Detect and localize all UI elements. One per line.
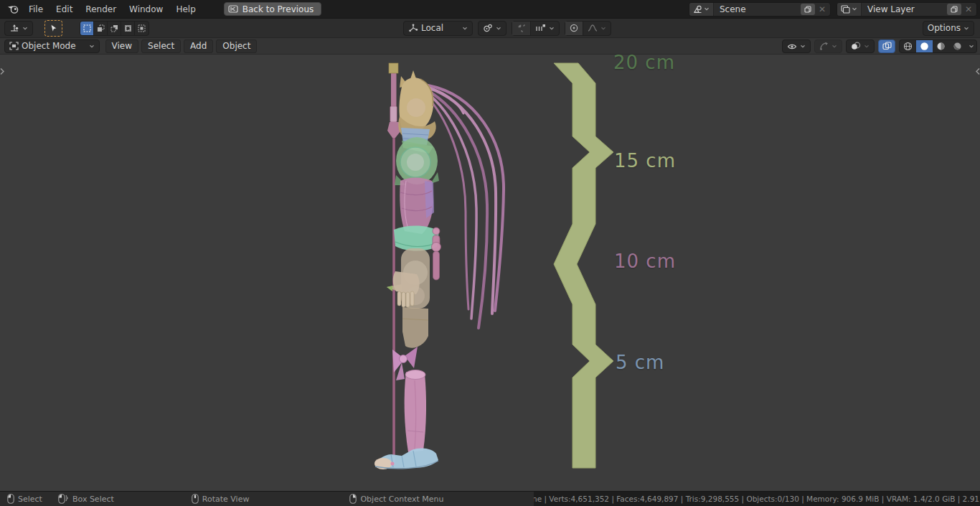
topbar: File Edit Render Window Help Back to Pre…: [0, 0, 980, 18]
scene-copy-button[interactable]: [801, 4, 815, 15]
snapping-group: [512, 21, 560, 36]
chevron-down-icon: [549, 27, 555, 30]
close-icon: ✕: [819, 4, 826, 14]
menu-file[interactable]: File: [22, 0, 50, 18]
options-dropdown[interactable]: Options: [923, 21, 974, 36]
view-layer-remove-button[interactable]: ✕: [963, 4, 974, 15]
snap-increment-icon: [535, 24, 546, 32]
knight-model[interactable]: [374, 63, 504, 469]
falloff-dropdown[interactable]: [583, 22, 611, 35]
transform-orientation-dropdown[interactable]: Local: [403, 21, 473, 36]
menu-window[interactable]: Window: [123, 0, 169, 18]
proportional-circle-icon: [570, 24, 578, 32]
shading-solid-button[interactable]: [916, 40, 933, 52]
gizmos-dropdown[interactable]: [814, 39, 842, 53]
select-mode-group: [80, 21, 149, 36]
snap-toggle-button[interactable]: [512, 22, 531, 35]
hint-label: Box Select: [72, 495, 114, 504]
sidebar-expand-left-icon[interactable]: [0, 65, 5, 78]
viewport-header: Object Mode View Select Add Object: [0, 37, 980, 55]
show-object-types-dropdown[interactable]: [782, 39, 811, 53]
shading-rendered-icon: [953, 42, 962, 51]
shading-wireframe-button[interactable]: [900, 40, 916, 52]
blender-logo-icon[interactable]: [7, 4, 19, 14]
scene-browse-button[interactable]: [689, 3, 714, 16]
viewport-menus: View Select Add Object: [105, 39, 258, 53]
menu-help[interactable]: Help: [169, 0, 202, 18]
xray-toggle-button[interactable]: [878, 39, 895, 53]
view-layer-copy-button[interactable]: [947, 4, 961, 15]
orientation-value: Local: [421, 23, 443, 33]
hint-rotate-view: Rotate View: [192, 494, 250, 504]
ruler-object[interactable]: [554, 63, 613, 468]
snap-with-dropdown[interactable]: [531, 22, 559, 35]
pivot-point-icon: [483, 24, 493, 32]
scene-icon: [693, 5, 702, 14]
chevron-down-icon: [89, 44, 95, 48]
show-object-types-eye-icon: [787, 42, 797, 50]
options-label: Options: [928, 23, 961, 33]
shading-solid-icon: [920, 42, 929, 51]
copy-icon: [951, 6, 958, 13]
scene-unlink-button[interactable]: ✕: [816, 4, 828, 15]
mouse-left-drag-icon: [58, 494, 69, 504]
select-mode-intersect-button[interactable]: [135, 22, 149, 35]
select-mode-subtract-button[interactable]: [108, 22, 121, 35]
view-layer-icon: [841, 5, 850, 14]
menu-render[interactable]: Render: [79, 0, 123, 18]
scene-name-field[interactable]: Scene: [714, 4, 799, 14]
select-mode-extend-button[interactable]: [94, 22, 108, 35]
sidebar-expand-right-icon[interactable]: [975, 65, 980, 78]
gizmos-icon: [819, 42, 829, 50]
chevron-down-icon: [600, 27, 606, 30]
ruler-label-15cm[interactable]: 15 cm: [614, 150, 676, 172]
mode-dropdown[interactable]: Object Mode: [4, 39, 100, 53]
orientation-icon: [408, 24, 418, 32]
pivot-point-dropdown[interactable]: [478, 21, 507, 36]
mouse-left-icon: [7, 494, 14, 504]
shading-rendered-button[interactable]: [949, 40, 966, 52]
proportional-edit-group: [565, 21, 611, 36]
chevron-down-icon: [969, 44, 974, 48]
menu-edit[interactable]: Edit: [50, 0, 79, 18]
xray-toggle-icon: [882, 42, 892, 50]
view-layer-browse-button[interactable]: [837, 3, 862, 16]
ruler-label-10cm[interactable]: 10 cm: [614, 250, 676, 272]
mouse-right-icon: [349, 494, 357, 504]
menu-select[interactable]: Select: [141, 39, 181, 53]
proportional-edit-toggle[interactable]: [565, 22, 583, 35]
chevron-down-icon: [963, 27, 969, 30]
stats-text: Collection | Plane | Verts:4,651,352 | F…: [534, 495, 979, 503]
shading-mode-group: [899, 39, 977, 53]
editor-type-button[interactable]: [4, 21, 33, 36]
menu-add[interactable]: Add: [184, 39, 213, 53]
ruler-label-5cm[interactable]: 5 cm: [616, 352, 664, 373]
select-mode-set-button[interactable]: [80, 22, 94, 35]
shading-options-dropdown[interactable]: [966, 40, 976, 52]
menu-object[interactable]: Object: [216, 39, 257, 53]
scene-statistics: Collection | Plane | Verts:4,651,352 | F…: [534, 492, 980, 506]
select-mode-invert-button[interactable]: [121, 22, 135, 35]
mouse-middle-icon: [192, 494, 199, 504]
select-set-icon: [83, 24, 91, 32]
viewport-canvas[interactable]: [0, 55, 980, 491]
back-to-previous-button[interactable]: Back to Previous: [224, 2, 322, 16]
overlays-dropdown[interactable]: [846, 39, 875, 53]
menu-view[interactable]: View: [105, 39, 138, 53]
shading-wireframe-icon: [903, 42, 913, 51]
chevron-down-icon: [704, 7, 710, 11]
hint-box-select: Box Select: [58, 494, 114, 504]
tweak-cursor-icon: [50, 24, 58, 33]
magnet-icon: [517, 24, 526, 33]
shading-material-button[interactable]: [933, 40, 949, 52]
chevron-down-icon: [831, 44, 837, 48]
select-subtract-icon: [110, 24, 118, 32]
ruler-label-20cm[interactable]: 20 cm: [613, 52, 675, 73]
tool-settings-bar: Local: [0, 18, 980, 37]
mode-value: Object Mode: [22, 41, 76, 51]
hint-label: Select: [18, 495, 42, 504]
3d-viewport[interactable]: 20 cm 15 cm 10 cm 5 cm: [0, 55, 980, 491]
active-tool-tweak-button[interactable]: [44, 20, 62, 37]
view-layer-name-field[interactable]: View Layer: [862, 4, 946, 14]
chevron-down-icon: [852, 7, 857, 11]
